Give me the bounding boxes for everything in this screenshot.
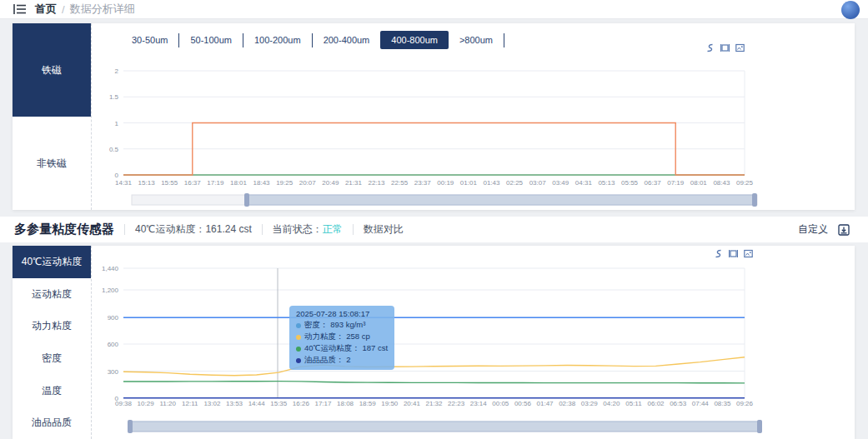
slider-handle[interactable] [757, 420, 762, 433]
svg-text:03:29: 03:29 [581, 400, 599, 407]
series-lines [123, 317, 745, 398]
tooltip-item: 油品品质： 2 [296, 355, 388, 366]
sidebar-item-动力粘度[interactable]: 动力粘度 [13, 310, 91, 342]
svg-text:22:23: 22:23 [448, 400, 465, 407]
svg-text:02:38: 02:38 [559, 400, 576, 407]
svg-text:1,200: 1,200 [102, 287, 119, 294]
svg-text:05:11: 05:11 [625, 400, 642, 407]
tab-100-200um[interactable]: 100-200um [243, 31, 312, 49]
svg-text:1: 1 [115, 120, 119, 127]
svg-text:05:13: 05:13 [598, 179, 615, 187]
svg-text:09:38: 09:38 [115, 400, 133, 407]
svg-text:0.5: 0.5 [109, 146, 119, 153]
tab-400-800um[interactable]: 400-800um [380, 31, 449, 49]
save-image-icon[interactable] [744, 249, 753, 258]
save-image-icon[interactable] [735, 43, 745, 52]
sidebar-item-铁磁[interactable]: 铁磁 [13, 23, 91, 117]
svg-text:08:01: 08:01 [690, 179, 708, 187]
sidebar-item-密度[interactable]: 密度 [13, 342, 91, 375]
viscosity-section-header: 多参量粘度传感器 40℃运动粘度：161.24 cst 当前状态：正常 数据对比… [0, 217, 868, 242]
svg-text:13:53: 13:53 [226, 400, 243, 407]
menu-collapse-icon[interactable] [13, 3, 27, 15]
svg-text:19:50: 19:50 [381, 400, 399, 407]
breadcrumb-separator: / [62, 3, 65, 16]
svg-text:03:49: 03:49 [552, 179, 569, 187]
sidebar-item-温度[interactable]: 温度 [13, 375, 91, 407]
slider-handle[interactable] [128, 420, 133, 433]
viscosity-sensor-panel: 40℃运动粘度运动粘度动力粘度密度温度油品品质 03006009001,2001… [13, 246, 855, 439]
tab->800um[interactable]: >800um [449, 31, 504, 49]
svg-text:23:37: 23:37 [414, 179, 432, 187]
status-stat: 当前状态：正常 [273, 222, 343, 237]
tab-50-100um[interactable]: 50-100um [179, 31, 243, 49]
svg-text:05:55: 05:55 [621, 179, 639, 187]
slider-handle[interactable] [752, 193, 757, 207]
svg-text:19:25: 19:25 [276, 179, 294, 187]
restore-icon[interactable] [705, 43, 715, 52]
svg-text:900: 900 [108, 314, 119, 322]
svg-text:16:37: 16:37 [184, 179, 202, 187]
tooltip-item: 40℃运动粘度： 187 cst [296, 343, 388, 354]
svg-text:06:37: 06:37 [645, 179, 662, 187]
sidebar-item-40℃运动粘度[interactable]: 40℃运动粘度 [13, 246, 91, 278]
svg-text:22:55: 22:55 [391, 179, 409, 187]
tab-200-400um[interactable]: 200-400um [313, 31, 381, 49]
download-icon[interactable] [838, 224, 850, 236]
sidebar-item-非铁磁[interactable]: 非铁磁 [13, 117, 91, 210]
sidebar-item-油品品质[interactable]: 油品品质 [13, 407, 91, 439]
viscosity-chart[interactable]: 03006009001,2001,44009:3810:2911:2012:11… [13, 246, 855, 439]
svg-text:04:20: 04:20 [603, 400, 620, 407]
series-color-dot [296, 347, 301, 352]
slider-handle[interactable] [244, 193, 249, 207]
svg-text:06:53: 06:53 [670, 400, 687, 407]
svg-text:14:44: 14:44 [248, 400, 266, 407]
svg-text:09:26: 09:26 [736, 400, 754, 407]
svg-text:13:02: 13:02 [203, 400, 221, 407]
svg-text:14:31: 14:31 [115, 179, 133, 187]
tab-30-50um[interactable]: 30-50um [121, 31, 178, 49]
chart-toolbox [705, 43, 745, 52]
svg-text:07:44: 07:44 [692, 400, 710, 407]
series-color-dot [296, 358, 301, 363]
datazoom-slider[interactable] [128, 420, 762, 433]
zoom-select-icon[interactable] [729, 249, 738, 258]
svg-text:20:41: 20:41 [404, 400, 421, 407]
tooltip-item: 动力粘度： 258 cp [296, 332, 388, 342]
svg-text:04:31: 04:31 [575, 179, 593, 187]
divider [353, 224, 354, 235]
svg-text:1.5: 1.5 [109, 93, 119, 101]
svg-text:00:05: 00:05 [492, 400, 509, 407]
svg-text:08:43: 08:43 [713, 179, 730, 187]
sidebar-item-运动粘度[interactable]: 运动粘度 [13, 278, 91, 311]
viscosity-stat: 40℃运动粘度：161.24 cst [135, 222, 252, 237]
zoom-select-icon[interactable] [720, 43, 730, 52]
svg-text:20:07: 20:07 [299, 179, 317, 187]
particle-size-tabs: 30-50um50-100um100-200um200-400um400-800… [121, 30, 504, 50]
svg-text:06:02: 06:02 [648, 400, 665, 407]
svg-text:15:35: 15:35 [270, 400, 288, 407]
magnetic-sidebar: 铁磁非铁磁 [13, 23, 92, 210]
breadcrumb-current: 数据分析详细 [70, 2, 135, 17]
svg-text:01:43: 01:43 [483, 179, 500, 187]
svg-text:18:01: 18:01 [230, 179, 248, 187]
data-compare-button[interactable]: 数据对比 [364, 222, 404, 237]
svg-text:09:25: 09:25 [736, 179, 754, 187]
restore-icon[interactable] [714, 249, 723, 258]
svg-text:01:47: 01:47 [537, 400, 554, 407]
svg-text:17:17: 17:17 [314, 400, 332, 407]
svg-text:01:01: 01:01 [460, 179, 478, 187]
svg-text:21:32: 21:32 [425, 400, 443, 407]
svg-text:18:08: 18:08 [337, 400, 354, 407]
svg-text:12:11: 12:11 [182, 400, 198, 407]
user-avatar[interactable] [841, 1, 860, 19]
datazoom-slider[interactable] [132, 193, 757, 207]
tooltip-item: 密度： 893 kg/m³ [296, 320, 388, 331]
svg-text:22:13: 22:13 [369, 179, 386, 187]
x-axis-labels: 14:3115:1315:5516:3717:1918:0118:4319:25… [115, 179, 754, 187]
svg-text:15:55: 15:55 [161, 179, 178, 187]
breadcrumb-home[interactable]: 首页 [35, 2, 57, 17]
top-navigation-bar: 首页 / 数据分析详细 [0, 0, 868, 19]
svg-text:07:19: 07:19 [667, 179, 685, 187]
magnetic-particle-panel: 铁磁非铁磁 30-50um50-100um100-200um200-400um4… [13, 23, 855, 210]
custom-button[interactable]: 自定义 [798, 222, 828, 237]
